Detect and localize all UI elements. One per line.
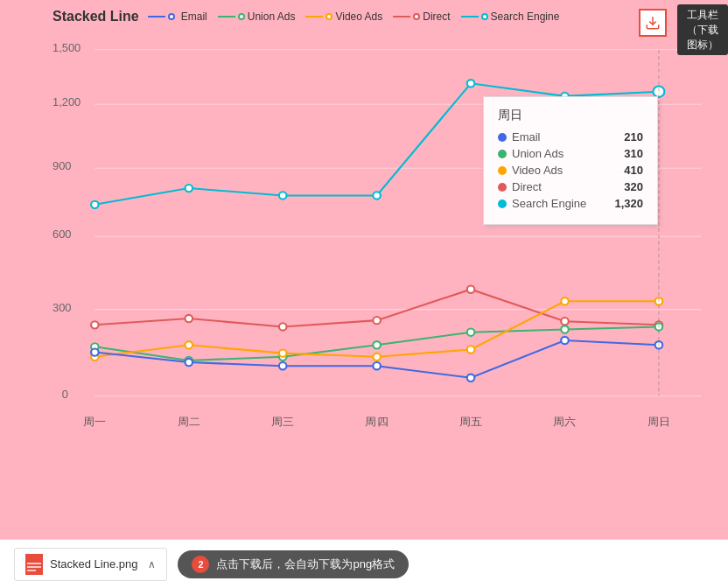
file-info[interactable]: Stacked Line.png ∧ bbox=[14, 548, 167, 581]
legend-direct: Direct bbox=[393, 10, 450, 23]
svg-text:900: 900 bbox=[52, 160, 71, 172]
svg-text:周一: 周一 bbox=[83, 416, 106, 428]
svg-point-22 bbox=[279, 192, 287, 199]
legend-search-engine-label: Search Engine bbox=[491, 10, 560, 23]
svg-point-20 bbox=[91, 201, 99, 208]
svg-point-53 bbox=[561, 337, 569, 344]
tooltip-day: 周日 bbox=[498, 108, 643, 123]
file-name: Stacked Line.png bbox=[50, 557, 137, 570]
hint-text: 点击下载后，会自动下载为png格式 bbox=[216, 556, 395, 572]
chart-area: Stacked Line Email Union Ads bbox=[0, 0, 728, 539]
tooltip-value-union-ads: 310 bbox=[624, 147, 643, 160]
svg-point-31 bbox=[467, 286, 475, 293]
svg-text:周四: 周四 bbox=[365, 416, 388, 428]
download-button[interactable] bbox=[639, 9, 667, 37]
tooltip-dot-email bbox=[498, 133, 507, 142]
svg-point-27 bbox=[91, 321, 99, 328]
svg-point-49 bbox=[185, 359, 192, 366]
svg-text:1,500: 1,500 bbox=[52, 42, 80, 54]
tooltip-dot-search-engine bbox=[498, 200, 507, 208]
download-hint: 2 点击下载后，会自动下载为png格式 bbox=[178, 550, 409, 578]
svg-text:0: 0 bbox=[62, 388, 68, 401]
tooltip-row-video-ads: Video Ads 410 bbox=[498, 164, 643, 177]
file-icon bbox=[25, 554, 43, 575]
bottom-bar: Stacked Line.png ∧ 2 点击下载后，会自动下载为png格式 bbox=[0, 539, 728, 588]
tooltip-value-video-ads: 410 bbox=[624, 164, 643, 177]
svg-text:1,200: 1,200 bbox=[52, 97, 80, 109]
svg-point-24 bbox=[467, 80, 475, 87]
legend-union-ads-label: Union Ads bbox=[248, 10, 296, 23]
tooltip-value-search-engine: 1,320 bbox=[614, 197, 643, 210]
svg-point-44 bbox=[373, 354, 381, 360]
legend-video-ads: Video Ads bbox=[305, 10, 382, 23]
svg-point-38 bbox=[467, 329, 475, 336]
toolbar-label: 工具栏（下载图标） bbox=[677, 4, 728, 55]
svg-point-50 bbox=[279, 362, 287, 369]
tooltip-dot-video-ads bbox=[498, 166, 507, 175]
svg-point-21 bbox=[185, 185, 192, 192]
chart-header: Stacked Line Email Union Ads bbox=[52, 9, 710, 24]
legend-union-ads: Union Ads bbox=[218, 10, 296, 23]
svg-text:300: 300 bbox=[52, 302, 71, 314]
svg-point-28 bbox=[185, 315, 192, 322]
tooltip-label-union-ads: Union Ads bbox=[512, 147, 564, 160]
tooltip-value-email: 210 bbox=[624, 130, 643, 144]
legend-search-engine: Search Engine bbox=[461, 10, 560, 23]
legend-email: Email bbox=[148, 10, 207, 23]
tooltip-label-search-engine: Search Engine bbox=[512, 197, 586, 210]
svg-point-29 bbox=[279, 323, 287, 330]
svg-point-39 bbox=[561, 326, 569, 332]
tooltip-label-direct: Direct bbox=[512, 180, 542, 193]
svg-rect-59 bbox=[27, 570, 36, 571]
tooltip-value-direct: 320 bbox=[624, 180, 643, 193]
main-container: Stacked Line Email Union Ads bbox=[0, 0, 728, 588]
svg-point-23 bbox=[373, 192, 381, 199]
svg-text:600: 600 bbox=[52, 229, 71, 242]
tooltip-row-union-ads: Union Ads 310 bbox=[498, 147, 643, 160]
svg-text:周三: 周三 bbox=[271, 416, 294, 428]
chevron-up-icon: ∧ bbox=[148, 558, 156, 570]
tooltip-label-email: Email bbox=[512, 130, 541, 144]
svg-text:周六: 周六 bbox=[553, 416, 576, 428]
tooltip-label-video-ads: Video Ads bbox=[512, 164, 563, 177]
legend-email-label: Email bbox=[181, 10, 207, 23]
svg-point-48 bbox=[91, 348, 99, 355]
tooltip-row-email: Email 210 bbox=[498, 130, 643, 144]
svg-point-42 bbox=[185, 341, 192, 348]
svg-text:周五: 周五 bbox=[459, 416, 482, 428]
legend-direct-label: Direct bbox=[423, 10, 450, 23]
tooltip-dot-direct bbox=[498, 183, 507, 192]
tooltip-dot-union-ads bbox=[498, 150, 507, 158]
svg-text:周日: 周日 bbox=[648, 416, 670, 428]
svg-point-51 bbox=[373, 362, 381, 369]
svg-point-37 bbox=[373, 341, 381, 348]
svg-point-32 bbox=[561, 318, 569, 325]
svg-text:周二: 周二 bbox=[178, 416, 200, 428]
legend-video-ads-label: Video Ads bbox=[335, 10, 382, 23]
chart-title: Stacked Line bbox=[52, 9, 139, 24]
svg-rect-58 bbox=[27, 566, 41, 568]
tooltip-row-direct: Direct 320 bbox=[498, 180, 643, 193]
svg-point-30 bbox=[373, 317, 381, 324]
tooltip-row-search-engine: Search Engine 1,320 bbox=[498, 197, 643, 210]
hint-number: 2 bbox=[192, 556, 209, 573]
svg-rect-57 bbox=[27, 563, 41, 564]
tooltip-box: 周日 Email 210 Union Ads 310 Video Ads bbox=[483, 96, 658, 225]
svg-point-43 bbox=[279, 349, 287, 356]
svg-point-45 bbox=[467, 346, 475, 353]
svg-point-46 bbox=[561, 298, 569, 304]
svg-point-52 bbox=[467, 374, 475, 382]
